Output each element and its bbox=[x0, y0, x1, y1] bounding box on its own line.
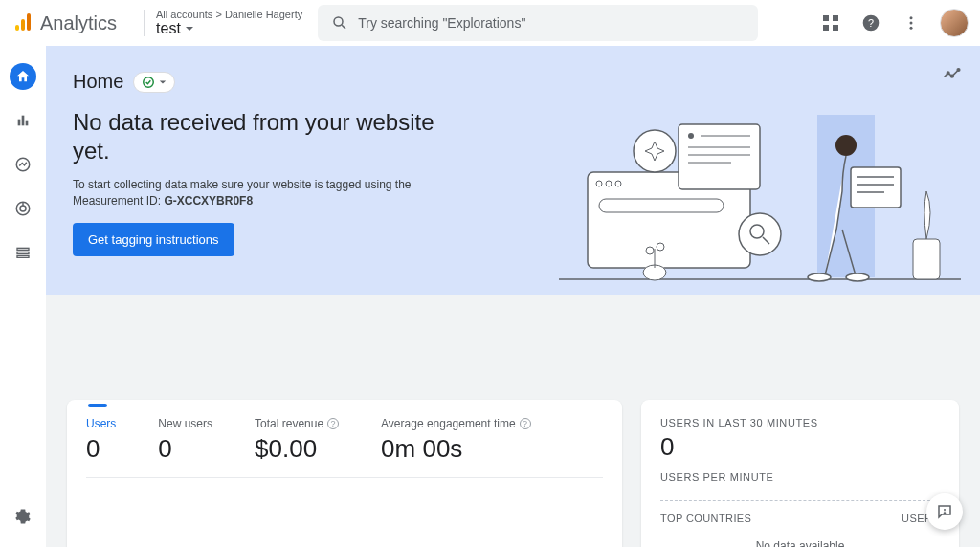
search-placeholder: Try searching "Explorations" bbox=[358, 15, 525, 31]
status-chip[interactable] bbox=[133, 72, 175, 93]
search-input[interactable]: Try searching "Explorations" bbox=[318, 5, 758, 41]
svg-rect-5 bbox=[823, 15, 829, 21]
divider bbox=[86, 477, 603, 478]
check-icon bbox=[142, 76, 155, 89]
realtime-title: USERS IN LAST 30 MINUTES bbox=[660, 417, 940, 428]
header-actions: ? bbox=[819, 9, 969, 37]
svg-point-11 bbox=[910, 16, 913, 19]
svg-point-58 bbox=[944, 513, 945, 514]
caret-down-icon bbox=[185, 24, 194, 33]
active-tab-indicator bbox=[88, 404, 107, 407]
metric-engagement-time[interactable]: Average engagement time? 0m 00s bbox=[381, 417, 531, 464]
info-icon[interactable]: ? bbox=[327, 418, 339, 429]
overview-metrics-card: Users 0 New users 0 Total revenue? $0.00… bbox=[67, 400, 622, 547]
nav-home[interactable] bbox=[10, 63, 36, 90]
main-content: Home No data received from your website … bbox=[46, 46, 980, 547]
breadcrumb-path: All accounts > Danielle Hagerty bbox=[156, 9, 302, 20]
svg-point-3 bbox=[334, 17, 343, 26]
nav-explore[interactable] bbox=[10, 151, 36, 178]
svg-rect-0 bbox=[15, 25, 19, 31]
metric-label: New users bbox=[158, 417, 212, 430]
measurement-id: G-XCCXYBR0F8 bbox=[164, 194, 253, 208]
svg-rect-51 bbox=[851, 167, 901, 208]
help-icon[interactable]: ? bbox=[859, 11, 882, 34]
property-selector[interactable]: All accounts > Danielle Hagerty test bbox=[156, 9, 302, 37]
property-name: test bbox=[156, 20, 181, 37]
svg-rect-8 bbox=[833, 25, 838, 31]
svg-point-55 bbox=[808, 274, 831, 281]
svg-rect-22 bbox=[17, 252, 29, 253]
realtime-value: 0 bbox=[660, 432, 940, 462]
metric-total-revenue[interactable]: Total revenue? $0.00 bbox=[255, 417, 339, 464]
metric-value: 0 bbox=[158, 434, 212, 464]
svg-rect-15 bbox=[22, 116, 25, 126]
hero-subtext: To start collecting data make sure your … bbox=[73, 177, 417, 209]
svg-point-12 bbox=[910, 22, 913, 25]
realtime-card: USERS IN LAST 30 MINUTES 0 USERS PER MIN… bbox=[641, 400, 959, 547]
svg-point-26 bbox=[957, 69, 960, 72]
metric-value: 0m 00s bbox=[381, 434, 531, 464]
svg-rect-1 bbox=[21, 19, 25, 31]
nav-admin[interactable] bbox=[10, 503, 36, 530]
hero-illustration bbox=[559, 115, 961, 296]
metric-label: Users bbox=[86, 417, 116, 430]
divider bbox=[144, 10, 145, 36]
metric-value: $0.00 bbox=[255, 434, 339, 464]
caret-down-icon bbox=[159, 78, 167, 86]
metric-new-users[interactable]: New users 0 bbox=[158, 417, 212, 464]
nav-reports[interactable] bbox=[10, 107, 36, 134]
svg-rect-14 bbox=[18, 120, 21, 126]
nav-configure[interactable] bbox=[10, 239, 36, 266]
sparkline-placeholder bbox=[660, 500, 940, 501]
svg-rect-2 bbox=[27, 13, 31, 31]
hero-headline: No data received from your website yet. bbox=[73, 108, 456, 165]
svg-rect-6 bbox=[833, 15, 838, 21]
tagging-instructions-button[interactable]: Get tagging instructions bbox=[73, 223, 234, 256]
svg-text:?: ? bbox=[868, 17, 874, 29]
svg-point-25 bbox=[951, 75, 954, 77]
metric-users[interactable]: Users 0 bbox=[86, 417, 116, 464]
svg-rect-7 bbox=[823, 25, 829, 31]
svg-point-13 bbox=[910, 27, 913, 30]
metric-label: Total revenue? bbox=[255, 417, 339, 430]
insights-icon[interactable] bbox=[942, 65, 961, 84]
avatar[interactable] bbox=[940, 9, 969, 37]
top-bar: Analytics All accounts > Danielle Hagert… bbox=[0, 0, 980, 46]
svg-point-35 bbox=[739, 213, 781, 255]
logo[interactable]: Analytics bbox=[11, 11, 117, 34]
product-name: Analytics bbox=[40, 12, 117, 34]
svg-rect-49 bbox=[913, 239, 940, 279]
top-countries-header: TOP COUNTRIES bbox=[660, 513, 751, 524]
svg-rect-23 bbox=[17, 255, 29, 257]
analytics-logo-icon bbox=[11, 11, 34, 34]
svg-rect-16 bbox=[26, 121, 29, 126]
nav-advertising[interactable] bbox=[10, 195, 36, 222]
page-title: Home bbox=[73, 71, 123, 93]
svg-point-40 bbox=[688, 133, 694, 139]
svg-line-4 bbox=[342, 25, 345, 29]
realtime-subtitle: USERS PER MINUTE bbox=[660, 471, 940, 483]
left-rail bbox=[0, 46, 46, 547]
svg-point-38 bbox=[634, 130, 676, 172]
svg-point-50 bbox=[835, 135, 857, 156]
more-vert-icon[interactable] bbox=[900, 11, 923, 34]
metric-value: 0 bbox=[86, 434, 116, 464]
svg-point-56 bbox=[846, 274, 869, 281]
svg-point-24 bbox=[947, 72, 949, 75]
search-icon bbox=[331, 14, 348, 32]
feedback-button[interactable] bbox=[926, 493, 963, 530]
apps-icon[interactable] bbox=[819, 11, 842, 34]
metric-label: Average engagement time? bbox=[381, 417, 531, 430]
no-data-message: No data available bbox=[660, 539, 940, 547]
svg-rect-21 bbox=[17, 248, 29, 250]
info-icon[interactable]: ? bbox=[520, 418, 531, 429]
svg-point-19 bbox=[20, 206, 26, 211]
hero-banner: Home No data received from your website … bbox=[46, 46, 980, 295]
